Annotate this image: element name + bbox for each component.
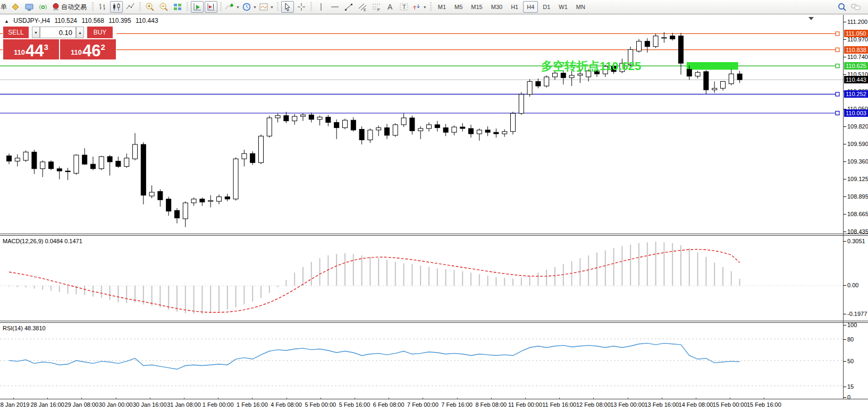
axis-tick-label: 108.895 xyxy=(847,193,868,200)
signal-button[interactable] xyxy=(37,1,49,13)
current-price-label: 110.443 xyxy=(844,76,868,83)
time-axis-tick xyxy=(47,398,48,399)
equidistant-channel-tool-button[interactable]: E xyxy=(356,1,369,13)
trendline-icon xyxy=(344,2,353,12)
arrows-tool-button[interactable]: ▼ xyxy=(411,1,427,13)
sell-button[interactable]: SELL xyxy=(3,27,29,38)
time-axis-label: 15 Feb 16:00 xyxy=(740,401,788,408)
periods-dropdown-arrow[interactable]: ▼ xyxy=(253,5,257,9)
templates-button[interactable]: ▼ xyxy=(258,1,274,13)
templates-icon xyxy=(259,2,268,12)
toolbar-grip xyxy=(310,2,312,12)
search-button[interactable] xyxy=(836,1,848,13)
time-axis-tick xyxy=(525,398,526,399)
tile-windows-icon xyxy=(173,2,182,12)
vertical-line-tool-button[interactable] xyxy=(315,1,327,13)
crosshair-button[interactable] xyxy=(295,1,308,13)
horizontal-line-tool-button[interactable] xyxy=(328,1,341,13)
cursor-icon xyxy=(283,2,292,12)
new-order-button[interactable] xyxy=(9,1,22,13)
zoom-in-icon xyxy=(145,2,155,12)
axis-tick-label: 109.590 xyxy=(847,141,868,147)
fibonacci-icon: F xyxy=(372,2,381,12)
ohlc-high: 110.568 xyxy=(81,17,104,24)
chat-button[interactable] xyxy=(849,1,862,13)
auto-scroll-icon xyxy=(192,2,202,12)
timeframe-M15[interactable]: M15 xyxy=(467,1,486,13)
text-tool-icon: A xyxy=(385,2,395,12)
auto-trading-button[interactable]: 自动交易 xyxy=(50,1,89,13)
time-axis-tick xyxy=(559,398,560,399)
indicators-icon xyxy=(225,2,234,12)
periods-button[interactable]: ▼ xyxy=(241,1,257,13)
timeframe-D1[interactable]: D1 xyxy=(539,1,554,13)
timeframe-H4[interactable]: H4 xyxy=(523,1,538,13)
line-chart-button[interactable] xyxy=(124,1,137,13)
templates-dropdown-arrow[interactable]: ▼ xyxy=(270,5,274,9)
time-axis-tick xyxy=(13,398,14,399)
arrows-tool-icon xyxy=(412,2,422,12)
bar-chart-button[interactable] xyxy=(96,1,109,13)
price-level-label: 110.838 xyxy=(844,46,868,54)
axis-tick-label: 111.200 xyxy=(847,19,867,25)
price-level-label: 111.050 xyxy=(844,30,868,37)
cursor-button[interactable] xyxy=(281,1,294,13)
timeframe-M5[interactable]: M5 xyxy=(451,1,466,13)
indicators-dropdown-arrow[interactable]: ▼ xyxy=(236,5,240,9)
arrows-dropdown-arrow[interactable]: ▼ xyxy=(423,5,427,9)
zoom-out-icon xyxy=(159,2,168,12)
zoom-out-button[interactable] xyxy=(157,1,170,13)
text-label-icon: T xyxy=(399,2,409,12)
svg-text:A: A xyxy=(387,3,393,11)
buy-button[interactable]: BUY xyxy=(87,27,113,38)
time-axis-tick xyxy=(116,398,116,399)
chart-shift-button[interactable] xyxy=(205,1,217,13)
sell-price-sup: 3 xyxy=(44,42,48,52)
ohlc-close: 110.443 xyxy=(136,17,158,24)
price-level-label: 110.252 xyxy=(844,90,868,98)
buy-price-display[interactable]: 110 46 2 xyxy=(60,39,116,59)
rsi-chart-canvas[interactable] xyxy=(0,323,843,399)
price-axis[interactable]: 111.200110.970110.740110.510110.280110.0… xyxy=(844,15,868,399)
timeframe-W1[interactable]: W1 xyxy=(555,1,571,13)
timeframe-M1[interactable]: M1 xyxy=(434,1,450,13)
sell-price-display[interactable]: 110 44 3 xyxy=(3,39,59,59)
axis-tick-label: 110.740 xyxy=(847,54,868,60)
text-tool-button[interactable]: A xyxy=(384,1,397,13)
auto-scroll-button[interactable] xyxy=(191,1,204,13)
auto-trading-icon xyxy=(51,2,61,12)
timeframe-MN[interactable]: MN xyxy=(572,1,589,13)
horizontal-line-icon xyxy=(330,2,340,12)
macd-chart-canvas[interactable] xyxy=(0,236,843,321)
axis-tick-label: 109.820 xyxy=(847,123,868,130)
text-label-tool-button[interactable]: T xyxy=(398,1,410,13)
time-axis-tick xyxy=(355,398,355,399)
volume-input[interactable]: 0.10 xyxy=(40,27,76,38)
time-axis-tick xyxy=(150,398,150,399)
trendline-tool-button[interactable] xyxy=(342,1,355,13)
buy-price-main: 46 xyxy=(82,43,100,58)
price-chart-canvas[interactable]: 多空转折点110.625 xyxy=(0,15,843,234)
time-axis[interactable]: 28 Jan 201928 Jan 16:0029 Jan 08:0030 Ja… xyxy=(0,399,868,411)
zoom-in-button[interactable] xyxy=(144,1,156,13)
axis-tick-label: 109.125 xyxy=(847,176,868,182)
rsi-indicator-label: RSI(14) 48.3810 xyxy=(3,325,46,331)
fibonacci-tool-button[interactable]: F xyxy=(370,1,383,13)
buy-price-sup: 2 xyxy=(101,42,105,52)
collapse-panel-icon[interactable]: ▲ xyxy=(4,19,9,24)
volume-increase-button[interactable]: ▲ xyxy=(76,27,84,38)
bar-chart-icon xyxy=(98,2,107,12)
volume-decrease-button[interactable]: ▼ xyxy=(32,27,40,38)
candlestick-chart-button[interactable] xyxy=(110,1,123,13)
axis-tick-label: 0 xyxy=(847,394,850,400)
time-axis-tick xyxy=(593,398,594,399)
price-level-label: 110.003 xyxy=(844,109,868,117)
tile-windows-button[interactable] xyxy=(171,1,184,13)
menu-partial-label[interactable]: 单 xyxy=(0,3,9,12)
timeframe-M30[interactable]: M30 xyxy=(487,1,506,13)
time-axis-tick xyxy=(389,398,389,399)
timeframe-H1[interactable]: H1 xyxy=(507,1,522,13)
line-chart-icon xyxy=(125,2,135,12)
indicators-button[interactable]: ▼ xyxy=(224,1,240,13)
profiles-button[interactable] xyxy=(23,1,36,13)
